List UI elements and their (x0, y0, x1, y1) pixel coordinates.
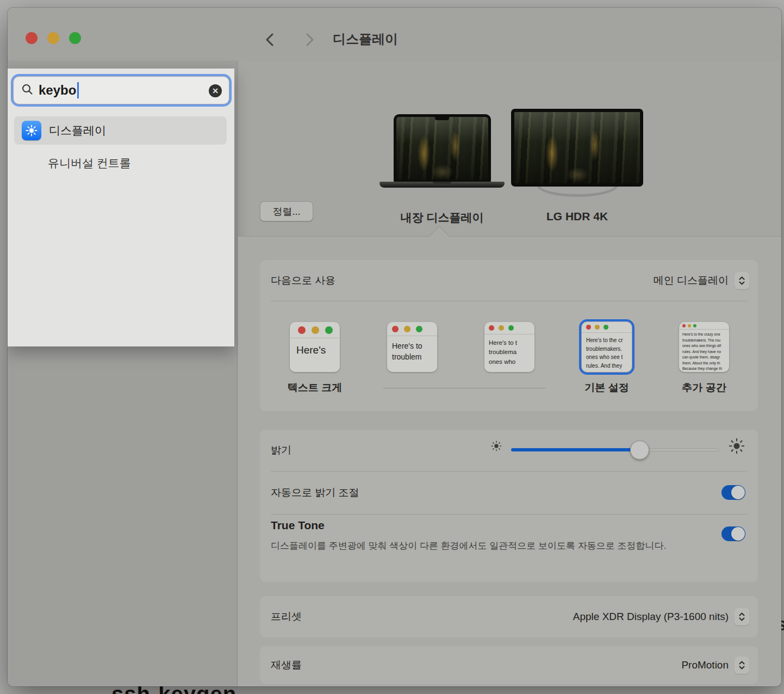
mini-window-text: Here's to t troublema ones who (484, 334, 534, 367)
preset-popup-button[interactable] (735, 608, 749, 625)
mini-window-titlebar (484, 322, 534, 334)
row-divider (271, 301, 747, 301)
scaling-option-3[interactable]: Here's to t troublema ones who (484, 322, 534, 372)
close-button[interactable] (26, 32, 38, 44)
arrange-button[interactable]: 정렬... (260, 201, 313, 221)
search-icon (21, 83, 33, 97)
mini-window-text: Here's (290, 338, 340, 357)
mini-zoom-icon (508, 325, 514, 331)
display-thumbnail-lg[interactable] (511, 109, 643, 187)
sidebar: keybo ✕ 디스플레이 유니버설 컨트롤 (8, 61, 238, 686)
mini-zoom-icon (693, 324, 696, 327)
clear-search-icon[interactable]: ✕ (209, 84, 222, 97)
card-brightness: 밝기 자동으로 밝기 조절 True Tone 디스플레이를 주변광에 맞춰 색… (260, 430, 758, 582)
scaling-label-more-space: 추가 공간 (682, 381, 726, 395)
mini-close-icon (682, 324, 686, 327)
true-tone-toggle[interactable] (721, 526, 745, 541)
toggle-knob (731, 527, 745, 541)
search-value: keybo (39, 83, 76, 98)
scaling-options-line (383, 388, 545, 388)
search-result-universal-control[interactable]: 유니버설 컨트롤 (14, 151, 227, 175)
search-results-popup: keybo ✕ 디스플레이 유니버설 컨트롤 (8, 69, 234, 346)
brightness-slider-knob[interactable] (630, 441, 649, 460)
mini-minimize-icon (404, 326, 410, 332)
refresh-rate-value: ProMotion (681, 659, 729, 671)
system-settings-window: keybo ✕ 디스플레이 유니버설 컨트롤 디스플레이 (8, 8, 781, 686)
laptop-wallpaper (396, 117, 488, 179)
true-tone-description: 디스플레이를 주변광에 맞춰 색상이 다른 환경에서도 일관적으로 보이도록 자… (271, 538, 673, 554)
laptop-base (379, 182, 505, 188)
card-preset: 프리셋 Apple XDR Display (P3-1600 nits) (260, 596, 758, 637)
use-as-popup-button[interactable] (735, 272, 749, 289)
search-result-display[interactable]: 디스플레이 (14, 116, 227, 145)
scaling-option-default[interactable]: Here's to the cr troublemakers. ones who… (582, 322, 632, 372)
mini-window-titlebar (582, 322, 632, 333)
mini-minimize-icon (499, 325, 504, 331)
toggle-knob (731, 486, 745, 499)
scaling-label-larger-text: 텍스트 크게 (288, 381, 342, 395)
use-as-label: 다음으로 사용 (271, 274, 335, 288)
display-brightness-icon (22, 121, 41, 140)
brightness-low-icon (490, 440, 502, 454)
refresh-rate-popup-button[interactable] (735, 656, 749, 674)
scaling-option-2[interactable]: Here's to troublem (387, 322, 437, 372)
monitor-wallpaper (514, 112, 640, 183)
brightness-slider-fill (511, 448, 639, 451)
display-name-lg: LG HDR 4K (511, 210, 643, 223)
monitor-screen (511, 109, 643, 187)
mini-window-titlebar (387, 322, 437, 336)
mini-zoom-icon (416, 326, 422, 332)
mini-minimize-icon (595, 325, 600, 330)
auto-brightness-row: 자동으로 밝기 조절 (260, 471, 758, 514)
auto-brightness-toggle[interactable] (721, 485, 745, 500)
laptop-screen (394, 114, 491, 182)
mini-window-text: Here's to the cr troublemakers. ones who… (582, 333, 632, 370)
mini-close-icon (586, 325, 591, 330)
mini-minimize-icon (688, 324, 691, 327)
mini-window-text: Here's to troublem (387, 336, 437, 363)
search-result-label: 디스플레이 (49, 123, 106, 138)
mini-window-titlebar (679, 322, 729, 330)
auto-brightness-label: 자동으로 밝기 조절 (271, 486, 359, 500)
brightness-high-icon (729, 438, 745, 456)
scaling-option-more-space[interactable]: Here's to the crazy one troublemakers. T… (679, 322, 729, 372)
back-button[interactable] (263, 32, 277, 48)
use-as-value: 메인 디스플레이 (654, 274, 729, 288)
mini-zoom-icon (603, 325, 608, 330)
mini-close-icon (298, 326, 306, 334)
brightness-label: 밝기 (271, 443, 291, 457)
display-thumbnail-built-in[interactable] (379, 114, 505, 188)
refresh-rate-row: 재생률 ProMotion (260, 646, 758, 684)
page-title: 디스플레이 (333, 30, 398, 48)
true-tone-label: True Tone (271, 519, 325, 532)
use-as-row: 다음으로 사용 메인 디스플레이 (260, 260, 758, 301)
display-name-built-in: 내장 디스플레이 (379, 210, 505, 225)
search-input[interactable]: keybo ✕ (13, 76, 229, 104)
forward-button[interactable] (302, 32, 316, 48)
card-use-as-scaling: 다음으로 사용 메인 디스플레이 Here's Here's to troubl… (260, 260, 758, 411)
scaling-label-default: 기본 설정 (584, 381, 629, 395)
card-refresh-rate: 재생률 ProMotion (260, 646, 758, 684)
mini-zoom-icon (325, 326, 333, 334)
scaling-option-larger-text[interactable]: Here's (290, 322, 340, 372)
mini-window-titlebar (290, 322, 340, 338)
row-divider (271, 514, 747, 515)
mini-close-icon (489, 325, 494, 331)
zoom-button[interactable] (69, 32, 81, 44)
minimize-button[interactable] (47, 32, 59, 44)
mini-minimize-icon (312, 326, 319, 334)
preset-label: 프리셋 (271, 610, 302, 624)
refresh-rate-label: 재생률 (271, 658, 302, 672)
laptop-notch (435, 117, 449, 120)
mini-close-icon (392, 326, 399, 332)
search-result-label: 유니버설 컨트롤 (48, 156, 131, 171)
mini-window-text: Here's to the crazy one troublemakers. T… (679, 330, 729, 372)
preset-value: Apple XDR Display (P3-1600 nits) (573, 611, 729, 623)
preset-row: 프리셋 Apple XDR Display (P3-1600 nits) (260, 596, 758, 637)
text-cursor (77, 82, 79, 98)
